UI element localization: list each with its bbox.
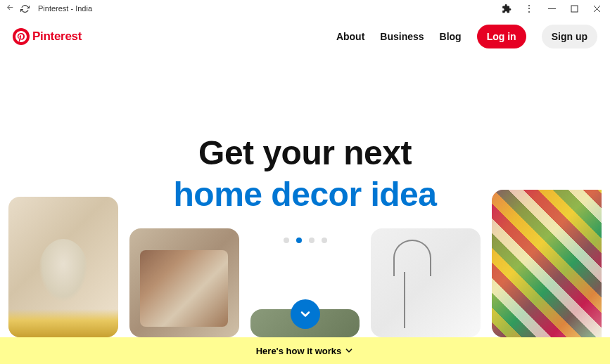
login-button[interactable]: Log in <box>477 25 526 48</box>
close-icon[interactable] <box>592 4 602 13</box>
pinterest-wordmark: Pinterest <box>32 30 82 44</box>
pinterest-logo-icon <box>13 28 30 45</box>
minimize-icon[interactable] <box>547 4 557 13</box>
nav-business[interactable]: Business <box>380 31 424 42</box>
kebab-menu-icon[interactable]: ⋮ <box>524 4 534 13</box>
pinterest-logo[interactable]: Pinterest <box>13 28 82 45</box>
grid-card[interactable] <box>129 228 239 337</box>
grid-card[interactable] <box>8 197 118 337</box>
reload-icon[interactable] <box>20 4 30 13</box>
maximize-icon[interactable] <box>569 4 579 13</box>
extension-icon[interactable] <box>502 4 511 13</box>
grid-card[interactable] <box>371 228 481 337</box>
site-header: Pinterest About Business Blog Log in Sig… <box>0 17 610 56</box>
chevron-down-icon <box>344 346 354 356</box>
back-icon[interactable] <box>6 3 15 14</box>
nav-blog[interactable]: Blog <box>440 31 462 42</box>
how-it-works-banner[interactable]: Here's how it works <box>0 337 610 364</box>
scroll-down-button[interactable] <box>291 299 320 329</box>
hero-title-line1: Get your next <box>0 134 610 172</box>
svg-rect-0 <box>571 6 578 12</box>
browser-tab-title: Pinterest - India <box>38 4 92 13</box>
footer-text: Here's how it works <box>256 346 342 356</box>
signup-button[interactable]: Sign up <box>542 25 597 48</box>
grid-card[interactable] <box>492 190 602 337</box>
browser-chrome: Pinterest - India ⋮ <box>0 0 610 17</box>
nav-about[interactable]: About <box>336 31 364 42</box>
chevron-down-icon <box>298 307 312 321</box>
